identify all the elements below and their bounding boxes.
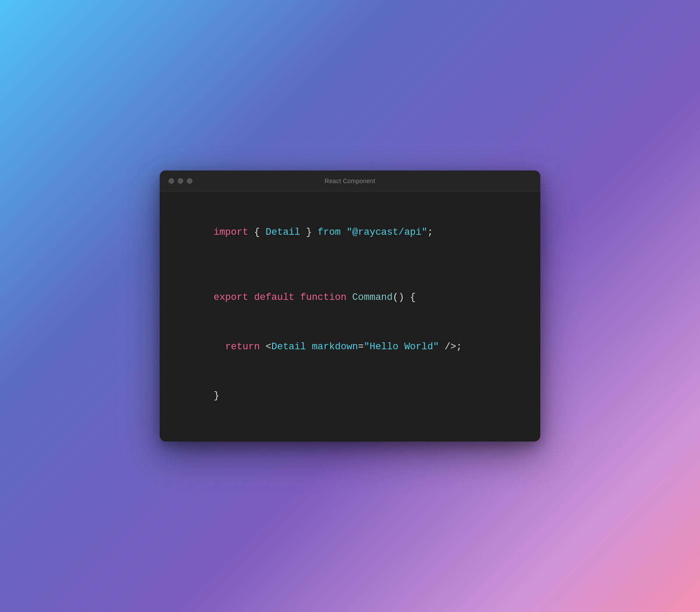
keyword-return: return	[225, 341, 260, 352]
keyword-function: function	[300, 292, 346, 303]
editor-window: React Component import { Detail } from "…	[160, 170, 540, 441]
plain-indent	[214, 341, 225, 352]
code-line-export: export default function Command() {	[179, 273, 521, 322]
function-name: Command	[352, 292, 392, 303]
minimize-button-dot[interactable]	[178, 178, 183, 184]
traffic-lights	[168, 178, 192, 184]
plain-text	[341, 227, 346, 238]
plain-text: {	[248, 227, 266, 238]
plain-text	[346, 292, 352, 303]
attr-markdown: markdown	[312, 341, 358, 352]
close-button-dot[interactable]	[168, 178, 174, 184]
string-module: "@raycast/api"	[346, 227, 427, 238]
keyword-import: import	[214, 227, 248, 238]
plain-text	[294, 292, 300, 303]
plain-eq: =	[358, 341, 364, 352]
plain-semicolon: ;	[427, 227, 433, 238]
title-bar: React Component	[160, 170, 540, 192]
plain-space: <	[260, 341, 271, 352]
plain-self-close: />;	[439, 341, 462, 352]
code-area: import { Detail } from "@raycast/api"; e…	[160, 192, 540, 441]
empty-line	[179, 257, 521, 273]
jsx-detail-tag: Detail	[271, 341, 306, 352]
close-brace: }	[214, 390, 219, 401]
keyword-export: export	[214, 292, 248, 303]
maximize-button-dot[interactable]	[187, 178, 192, 184]
keyword-default: default	[254, 292, 294, 303]
plain-text	[248, 292, 254, 303]
code-line-close-brace: }	[179, 371, 521, 420]
attr-value-hello-world: "Hello World"	[364, 341, 439, 352]
plain-paren-brace: () {	[393, 292, 416, 303]
code-line-import: import { Detail } from "@raycast/api";	[179, 208, 521, 257]
code-line-return: return <Detail markdown="Hello World" />…	[179, 322, 521, 371]
plain-space	[306, 341, 312, 352]
window-title: React Component	[325, 177, 375, 184]
detail-identifier: Detail	[266, 227, 300, 238]
keyword-from: from	[318, 227, 341, 238]
plain-text: }	[300, 227, 318, 238]
